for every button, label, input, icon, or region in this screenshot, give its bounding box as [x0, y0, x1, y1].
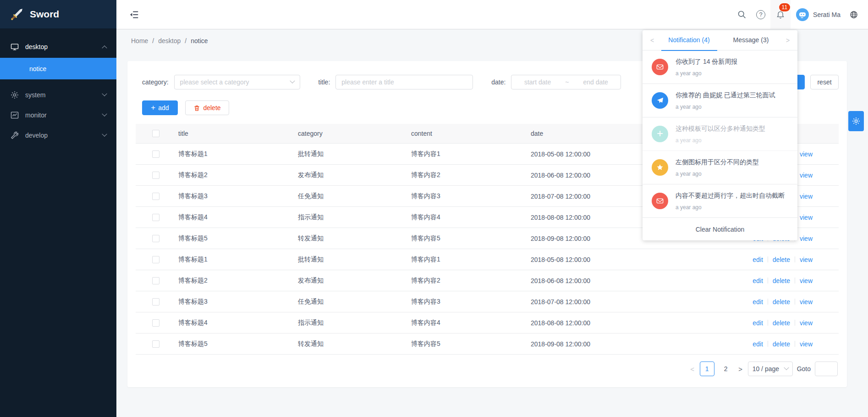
sidebar-item-desktop[interactable]: desktop	[0, 35, 116, 58]
cell-content: 博客内容5	[411, 234, 531, 243]
avatar	[796, 8, 809, 21]
cell-content: 博客内容3	[411, 298, 531, 306]
table-row: 博客标题5 转发通知 博客内容5 2018-09-08 12:00:00 edi…	[136, 334, 839, 355]
sidebar-item-monitor[interactable]: monitor	[0, 105, 116, 125]
select-all-checkbox[interactable]	[152, 130, 159, 137]
view-link[interactable]: view	[800, 340, 813, 348]
view-link[interactable]: view	[800, 172, 813, 179]
cell-category: 批转通知	[298, 150, 411, 158]
user-menu[interactable]: Serati Ma	[796, 8, 841, 21]
row-checkbox[interactable]	[152, 340, 159, 348]
row-checkbox[interactable]	[152, 150, 159, 158]
row-checkbox[interactable]	[152, 235, 159, 242]
page-button-1[interactable]: 1	[700, 361, 714, 376]
add-button[interactable]: + add	[142, 100, 178, 115]
view-link[interactable]: view	[800, 235, 813, 242]
tabs-next-icon[interactable]: >	[782, 37, 794, 44]
delete-button[interactable]: delete	[185, 100, 229, 115]
cell-content: 博客内容2	[411, 171, 531, 179]
delete-link[interactable]: delete	[773, 298, 790, 306]
row-checkbox[interactable]	[152, 298, 159, 306]
cell-title: 博客标题4	[178, 213, 298, 222]
sidebar-item-develop[interactable]: develop	[0, 125, 116, 145]
notification-title: 你推荐的 曲妮妮 已通过第三轮面试	[676, 91, 775, 100]
date-label: date:	[491, 78, 505, 86]
logo[interactable]: Sword	[0, 0, 116, 29]
notification-time: a year ago	[676, 137, 765, 144]
help-glyph: ?	[756, 10, 765, 19]
cell-category: 转发通知	[298, 234, 411, 243]
edit-link[interactable]: edit	[753, 319, 763, 327]
breadcrumb-desktop[interactable]: desktop	[158, 37, 181, 44]
delete-link[interactable]: delete	[773, 256, 790, 263]
tab-notification[interactable]: Notification (4)	[658, 30, 720, 50]
help-icon[interactable]: ?	[751, 0, 770, 29]
search-icon[interactable]	[732, 0, 751, 29]
row-checkbox[interactable]	[152, 277, 159, 284]
sidebar-item-system[interactable]: system	[0, 85, 116, 105]
clear-notification-button[interactable]: Clear Notification	[643, 218, 797, 240]
notification-item[interactable]: 内容不要超过两行字，超出时自动截断 a year ago	[643, 184, 797, 218]
page-size-select[interactable]: 10 / page	[748, 361, 793, 376]
notification-time: a year ago	[676, 104, 775, 110]
row-checkbox[interactable]	[152, 256, 159, 263]
cell-title: 博客标题2	[178, 277, 298, 285]
cell-category: 任免通知	[298, 298, 411, 306]
page-button-2[interactable]: 2	[719, 361, 733, 376]
notification-item[interactable]: 你推荐的 曲妮妮 已通过第三轮面试 a year ago	[643, 84, 797, 117]
goto-page-input[interactable]	[815, 361, 838, 376]
gear-icon	[10, 90, 19, 100]
category-select[interactable]: please select a category	[174, 75, 300, 89]
edit-link[interactable]: edit	[753, 256, 763, 263]
row-checkbox[interactable]	[152, 319, 159, 327]
cell-title: 博客标题3	[178, 298, 298, 306]
sidebar-item-label: monitor	[25, 111, 47, 119]
tab-message[interactable]: Message (3)	[720, 30, 782, 50]
row-checkbox[interactable]	[152, 214, 159, 221]
app-title: Sword	[30, 9, 59, 20]
delete-link[interactable]: delete	[773, 340, 790, 348]
column-category: category	[298, 130, 411, 137]
cell-title: 博客标题5	[178, 234, 298, 243]
row-actions: edit delete view	[674, 340, 839, 348]
notification-item[interactable]: 你收到了 14 份新周报 a year ago	[643, 50, 797, 84]
row-checkbox[interactable]	[152, 172, 159, 179]
reset-button[interactable]: reset	[810, 75, 839, 89]
view-link[interactable]: view	[800, 277, 813, 284]
next-page-button[interactable]: >	[737, 365, 744, 373]
monitor-icon	[10, 42, 19, 51]
row-checkbox[interactable]	[152, 193, 159, 200]
notification-title: 这种模板可以区分多种通知类型	[676, 125, 765, 133]
breadcrumb-home[interactable]: Home	[131, 37, 148, 44]
row-actions: edit delete view	[674, 319, 839, 327]
title-input[interactable]	[335, 75, 473, 89]
tabs-prev-icon[interactable]: <	[646, 37, 658, 44]
edit-link[interactable]: edit	[753, 277, 763, 284]
menu-fold-icon[interactable]	[129, 10, 139, 20]
view-link[interactable]: view	[800, 150, 813, 158]
notification-bell-button[interactable]: 11	[770, 0, 791, 29]
date-range-picker[interactable]: start date ~ end date	[511, 75, 621, 89]
mail-icon	[652, 193, 668, 209]
view-link[interactable]: view	[800, 214, 813, 221]
notification-item[interactable]: + 这种模板可以区分多种通知类型 a year ago	[643, 117, 797, 151]
view-link[interactable]: view	[800, 256, 813, 263]
edit-link[interactable]: edit	[753, 298, 763, 306]
notification-item[interactable]: 左侧图标用于区分不同的类型 a year ago	[643, 151, 797, 184]
view-link[interactable]: view	[800, 193, 813, 200]
sidebar-item-notice[interactable]: notice	[0, 58, 116, 79]
table-row: 博客标题3 任免通知 博客内容3 2018-07-08 12:00:00 edi…	[136, 291, 839, 312]
settings-gear-button[interactable]	[848, 111, 864, 131]
view-link[interactable]: view	[800, 298, 813, 306]
wrench-icon	[10, 131, 19, 140]
prev-page-button[interactable]: <	[689, 365, 696, 373]
delete-link[interactable]: delete	[773, 319, 790, 327]
view-link[interactable]: view	[800, 319, 813, 327]
notification-title: 你收到了 14 份新周报	[676, 58, 737, 66]
cell-title: 博客标题1	[178, 256, 298, 264]
notification-panel: < Notification (4) Message (3) > 你收到了 14…	[643, 30, 797, 240]
edit-link[interactable]: edit	[753, 340, 763, 348]
globe-icon[interactable]	[844, 0, 863, 29]
delete-link[interactable]: delete	[773, 277, 790, 284]
notification-time: a year ago	[676, 204, 785, 211]
